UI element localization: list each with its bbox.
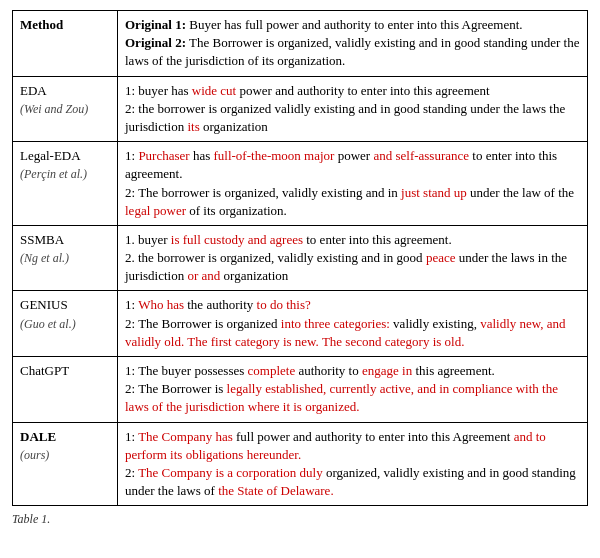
method-ref: (ours) <box>20 448 49 462</box>
table-row: ChatGPT1: The buyer possesses complete a… <box>13 357 588 423</box>
method-name: GENIUS <box>20 297 68 312</box>
table-row: DALE(ours)1: The Company has full power … <box>13 422 588 506</box>
content-cell: 1: buyer has wide cut power and authorit… <box>118 76 588 142</box>
content-cell: 1. buyer is full custody and agrees to e… <box>118 225 588 291</box>
method-name: EDA <box>20 83 47 98</box>
method-name: ChatGPT <box>20 363 69 378</box>
method-ref: (Ng et al.) <box>20 251 69 265</box>
method-cell: SSMBA(Ng et al.) <box>13 225 118 291</box>
method-name: SSMBA <box>20 232 64 247</box>
method-cell: Legal-EDA(Perçin et al.) <box>13 142 118 226</box>
content-cell: 1: The buyer possesses complete authorit… <box>118 357 588 423</box>
content-cell: 1: Who has the authority to do this?2: T… <box>118 291 588 357</box>
table-row: EDA(Wei and Zou)1: buyer has wide cut po… <box>13 76 588 142</box>
content-cell: Original 1: Buyer has full power and aut… <box>118 11 588 77</box>
method-cell: ChatGPT <box>13 357 118 423</box>
comparison-table: MethodOriginal 1: Buyer has full power a… <box>12 10 588 506</box>
method-cell: EDA(Wei and Zou) <box>13 76 118 142</box>
table-row: SSMBA(Ng et al.)1. buyer is full custody… <box>13 225 588 291</box>
table-row: GENIUS(Guo et al.)1: Who has the authori… <box>13 291 588 357</box>
method-cell: GENIUS(Guo et al.) <box>13 291 118 357</box>
method-cell: Method <box>13 11 118 77</box>
table-row: Legal-EDA(Perçin et al.)1: Purchaser has… <box>13 142 588 226</box>
method-label: Method <box>20 17 63 32</box>
method-ref: (Guo et al.) <box>20 317 76 331</box>
method-name: DALE <box>20 429 56 444</box>
method-ref: (Wei and Zou) <box>20 102 88 116</box>
method-name: Legal-EDA <box>20 148 81 163</box>
method-ref: (Perçin et al.) <box>20 167 87 181</box>
method-cell: DALE(ours) <box>13 422 118 506</box>
table-caption: Table 1. <box>12 512 588 527</box>
content-cell: 1: The Company has full power and author… <box>118 422 588 506</box>
table-row: MethodOriginal 1: Buyer has full power a… <box>13 11 588 77</box>
content-cell: 1: Purchaser has full-of-the-moon major … <box>118 142 588 226</box>
